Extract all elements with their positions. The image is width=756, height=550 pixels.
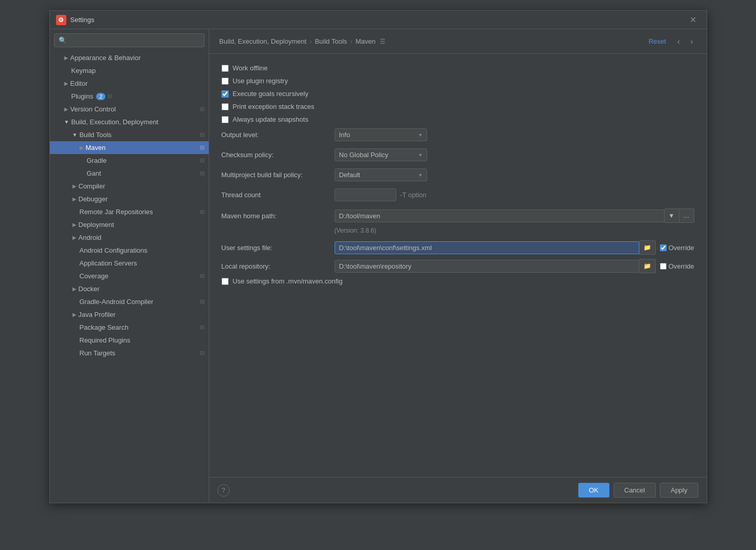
thread-count-row: Thread count -T option	[222, 188, 694, 201]
sidebar-item-maven[interactable]: ▶ Maven ⊟	[50, 141, 209, 154]
sidebar-item-run-targets[interactable]: Run Targets ⊟	[50, 347, 209, 359]
sidebar-item-label: Android Configurations	[72, 246, 147, 254]
sidebar-item-label: Docker	[79, 285, 100, 293]
maven-home-input-wrapper: ▼ …	[335, 208, 694, 223]
sidebar-item-label: Compiler	[79, 182, 105, 190]
sidebar-search-input[interactable]	[54, 33, 205, 47]
sidebar-item-required-plugins[interactable]: Required Plugins	[50, 334, 209, 347]
user-settings-browse-button[interactable]: 📁	[639, 240, 656, 255]
sidebar-item-android-config[interactable]: Android Configurations	[50, 244, 209, 257]
sidebar-item-docker[interactable]: ▶ Docker	[50, 282, 209, 295]
sidebar-item-version-control[interactable]: ▶ Version Control ⊟	[50, 103, 209, 116]
local-repo-row: Local repository: 📁 Override	[222, 259, 694, 273]
user-settings-label: User settings file:	[222, 244, 335, 252]
expand-arrow-icon: ▶	[72, 312, 77, 317]
sidebar-item-deployment[interactable]: ▶ Deployment	[50, 218, 209, 231]
sidebar-item-label: Coverage	[72, 272, 108, 280]
print-exception-checkbox[interactable]	[222, 103, 229, 110]
work-offline-checkbox[interactable]	[222, 65, 229, 72]
sidebar-item-label: Gradle-Android Compiler	[72, 298, 154, 306]
always-update-row: Always update snapshots	[222, 116, 694, 123]
user-settings-override-checkbox[interactable]	[660, 244, 667, 251]
reset-button[interactable]: Reset	[644, 35, 670, 47]
maven-home-dropdown-button[interactable]: ▼	[665, 208, 679, 223]
work-offline-row: Work offline	[222, 64, 694, 72]
checksum-select[interactable]: No Global Policy Strict Warn Ignore	[335, 148, 427, 161]
sidebar-item-label: Application Servers	[72, 259, 137, 267]
multiproject-select-wrapper: Default Never After Current Always	[335, 168, 427, 181]
title-bar: ⚙ Settings ✕	[50, 11, 707, 29]
sidebar-item-build-tools[interactable]: ▼ Build Tools ⊟	[50, 128, 209, 141]
footer-buttons: OK Cancel Apply	[578, 483, 698, 498]
sidebar-item-label: Keymap	[64, 67, 96, 74]
sidebar-item-appearance[interactable]: ▶ Appearance & Behavior	[50, 51, 209, 64]
local-repo-input[interactable]	[335, 260, 639, 273]
maven-version-text: (Version: 3.8.6)	[335, 227, 694, 234]
sidebar-item-coverage[interactable]: Coverage ⊟	[50, 270, 209, 282]
sidebar-item-keymap[interactable]: Keymap	[50, 64, 209, 77]
app-icon: ⚙	[56, 15, 66, 25]
sidebar-item-gradle[interactable]: Gradle ⊟	[50, 154, 209, 167]
forward-button[interactable]: ›	[687, 36, 696, 47]
local-repo-browse-button[interactable]: 📁	[639, 259, 656, 273]
sidebar-item-label: Maven	[86, 144, 106, 151]
menu-icon[interactable]: ☰	[380, 38, 385, 45]
print-exception-row: Print exception stack traces	[222, 103, 694, 110]
settings-icon: ⊟	[107, 93, 112, 100]
settings-icon: ⊟	[200, 208, 205, 215]
user-settings-input-wrapper: 📁	[335, 240, 656, 255]
sidebar-item-package-search[interactable]: Package Search ⊟	[50, 321, 209, 334]
use-plugin-registry-checkbox[interactable]	[222, 78, 229, 85]
multiproject-select[interactable]: Default Never After Current Always	[335, 168, 427, 181]
main-content: Build, Execution, Deployment › Build Too…	[209, 29, 707, 503]
sidebar-item-build-exec[interactable]: ▼ Build, Execution, Deployment	[50, 116, 209, 128]
multiproject-row: Multiproject build fail policy: Default …	[222, 168, 694, 181]
settings-icon: ⊟	[200, 170, 205, 177]
settings-icon: ⊟	[200, 298, 205, 305]
sidebar-item-editor[interactable]: ▶ Editor	[50, 77, 209, 90]
sidebar-item-label: Java Profiler	[79, 311, 116, 318]
help-button[interactable]: ?	[217, 484, 230, 497]
output-level-select[interactable]: Debug Info Warning Error	[335, 128, 427, 141]
use-settings-checkbox[interactable]	[222, 278, 229, 285]
sidebar-item-remote-jar[interactable]: Remote Jar Repositories ⊟	[50, 205, 209, 218]
sidebar-item-app-servers[interactable]: Application Servers	[50, 257, 209, 270]
thread-count-input[interactable]	[335, 188, 396, 201]
breadcrumb: Build, Execution, Deployment › Build Too…	[219, 37, 644, 45]
content-area: ▶ Appearance & Behavior Keymap ▶ Editor …	[50, 29, 707, 503]
sidebar-item-gant[interactable]: Gant ⊟	[50, 167, 209, 180]
close-button[interactable]: ✕	[686, 13, 700, 27]
execute-goals-checkbox[interactable]	[222, 90, 229, 98]
back-button[interactable]: ‹	[674, 36, 683, 47]
apply-button[interactable]: Apply	[660, 483, 698, 498]
local-repo-override-label: Override	[669, 262, 694, 270]
expand-arrow-icon: ▶	[72, 183, 77, 189]
sidebar-item-label: Appearance & Behavior	[70, 54, 141, 62]
user-settings-override-label: Override	[669, 244, 694, 252]
sidebar-item-debugger[interactable]: ▶ Debugger	[50, 193, 209, 205]
sidebar-item-java-profiler[interactable]: ▶ Java Profiler	[50, 308, 209, 321]
ok-button[interactable]: OK	[578, 483, 610, 498]
expand-arrow-icon: ▶	[64, 55, 68, 61]
sidebar-item-plugins[interactable]: Plugins 2 ⊟	[50, 90, 209, 103]
breadcrumb-part1: Build, Execution, Deployment	[219, 37, 307, 45]
breadcrumb-part3: Maven	[356, 37, 376, 45]
sidebar-item-label: Deployment	[79, 221, 114, 229]
local-repo-override-checkbox[interactable]	[660, 263, 667, 270]
sidebar-item-gradle-android[interactable]: Gradle-Android Compiler ⊟	[50, 295, 209, 308]
execute-goals-label: Execute goals recursively	[233, 90, 308, 98]
always-update-checkbox[interactable]	[222, 116, 229, 123]
settings-icon: ⊟	[200, 144, 205, 151]
expand-arrow-icon: ▶	[64, 106, 68, 112]
print-exception-label: Print exception stack traces	[233, 103, 315, 110]
local-repo-input-wrapper: 📁	[335, 259, 656, 273]
expand-arrow-icon: ▼	[64, 119, 69, 125]
maven-home-browse-button[interactable]: …	[679, 208, 694, 223]
sidebar-item-compiler[interactable]: ▶ Compiler	[50, 180, 209, 193]
sidebar-item-android[interactable]: ▶ Android	[50, 231, 209, 244]
maven-home-input[interactable]	[335, 210, 665, 222]
settings-icon: ⊟	[200, 273, 205, 279]
cancel-button[interactable]: Cancel	[614, 483, 656, 498]
user-settings-input[interactable]	[335, 241, 639, 254]
settings-icon: ⊟	[200, 350, 205, 356]
